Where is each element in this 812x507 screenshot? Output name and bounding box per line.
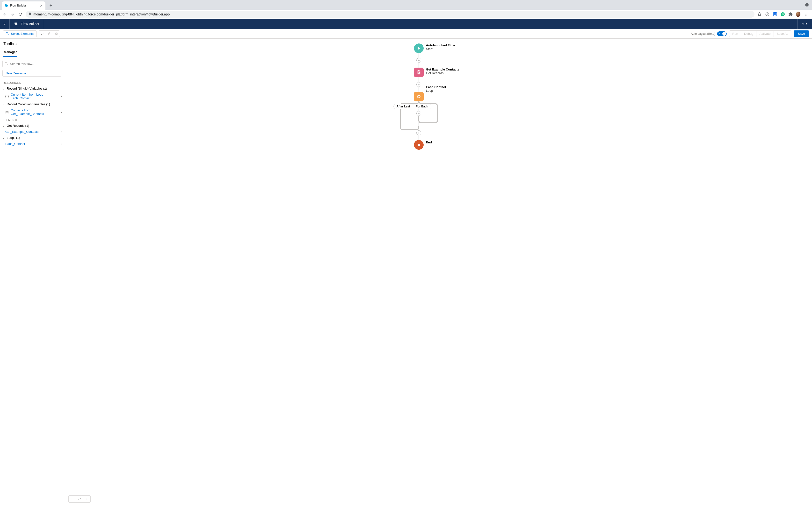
node-start-sub: Start xyxy=(426,47,455,51)
builder-title-text: Flow Builder xyxy=(21,22,39,26)
add-element-button[interactable]: + xyxy=(416,130,421,135)
zoom-fit-button[interactable] xyxy=(76,496,83,502)
group-record-single[interactable]: ⌄ Record (Single) Variables (1) xyxy=(0,86,64,91)
node-start[interactable]: Autolaunched Flow Start xyxy=(414,44,424,53)
toolbox-sidebar: Toolbox Manager New Resource RESOURCES ⌄… xyxy=(0,39,64,507)
star-icon[interactable] xyxy=(757,12,762,16)
item-each-contact[interactable]: Each_Contact › xyxy=(0,140,64,147)
toggle-switch[interactable]: ✓ xyxy=(717,32,727,36)
flow-icon xyxy=(14,21,18,26)
nav-back-icon xyxy=(2,12,7,17)
select-elements-button[interactable]: Select Elements xyxy=(3,31,37,37)
svg-rect-10 xyxy=(418,70,419,71)
zoom-out-button[interactable]: − xyxy=(69,496,76,502)
close-icon[interactable]: ✕ xyxy=(39,4,43,7)
variable-icon: {x} xyxy=(5,110,9,114)
toolbox-search-input[interactable] xyxy=(2,60,61,67)
node-loop-sub: Loop xyxy=(426,89,446,93)
auto-layout-toggle[interactable]: Auto-Layout (Beta) ✓ xyxy=(691,32,727,36)
node-get-records-title: Get Example Contacts xyxy=(426,68,459,71)
node-loop-title: Each Contact xyxy=(426,85,446,89)
get-records-icon xyxy=(414,68,424,77)
extension-search-icon[interactable]: Q xyxy=(773,12,777,16)
auto-layout-label: Auto-Layout (Beta) xyxy=(691,32,715,36)
branch-after-last[interactable]: After Last xyxy=(394,104,413,109)
svg-rect-11 xyxy=(418,144,420,146)
debug-button: Debug xyxy=(741,31,756,37)
node-end-title: End xyxy=(426,140,432,144)
new-resource-button[interactable]: New Resource xyxy=(2,70,61,76)
add-element-button[interactable]: + xyxy=(416,111,421,116)
redo-button xyxy=(46,31,53,37)
chevron-right-icon: › xyxy=(61,130,62,133)
zoom-in-button: + xyxy=(83,496,90,502)
lock-icon xyxy=(29,12,32,16)
group-loops[interactable]: ⌄ Loops (1) xyxy=(0,135,64,140)
node-get-records-sub: Get Records xyxy=(426,71,459,75)
url-input[interactable]: momentum-computing-884.lightning.force.c… xyxy=(26,11,755,18)
builder-header: Flow Builder ? ▼ xyxy=(0,19,812,29)
flow-canvas[interactable]: Autolaunched Flow Start + Get Example Co… xyxy=(64,39,812,507)
builder-back-button[interactable] xyxy=(0,19,10,29)
svg-point-3 xyxy=(806,14,806,14)
toolbox-tabs: Manager xyxy=(0,48,64,57)
end-icon xyxy=(414,140,424,150)
variable-icon: {x} xyxy=(5,95,9,98)
add-element-button[interactable]: + xyxy=(416,82,421,87)
select-elements-label: Select Elements xyxy=(11,32,34,36)
node-loop[interactable]: Each Contact Loop xyxy=(414,92,424,101)
new-tab-button[interactable]: + xyxy=(47,2,54,9)
undo-button[interactable] xyxy=(39,31,46,37)
url-text: momentum-computing-884.lightning.force.c… xyxy=(33,12,170,16)
help-icon: ? xyxy=(802,22,804,26)
browser-tab-active[interactable]: Flow Builder ✕ xyxy=(2,1,45,10)
toggle-knob xyxy=(722,32,726,36)
toolbox-title: Toolbox xyxy=(0,39,64,48)
expand-icon[interactable] xyxy=(805,3,809,6)
run-button: Run xyxy=(729,31,741,37)
check-icon: ✓ xyxy=(718,32,720,35)
browser-address-bar: momentum-computing-884.lightning.force.c… xyxy=(0,10,812,19)
zoom-controls: − + xyxy=(68,495,91,503)
svg-rect-5 xyxy=(6,32,7,33)
svg-point-4 xyxy=(806,15,806,16)
group-get-records[interactable]: ⌄ Get Records (1) xyxy=(0,123,64,128)
extension-grammarly-icon[interactable]: G xyxy=(780,12,785,16)
flow-toolbar: Select Elements Auto-Layout (Beta) ✓ xyxy=(0,29,812,39)
elements-heading: ELEMENTS xyxy=(0,117,64,123)
chevron-down-icon: ▼ xyxy=(805,23,807,25)
loop-icon xyxy=(414,92,424,101)
add-element-button[interactable]: + xyxy=(416,58,421,63)
browser-tab-title: Flow Builder xyxy=(10,4,37,7)
search-icon xyxy=(5,62,8,66)
item-contacts-collection[interactable]: {x} Contacts from Get_Example_Contacts › xyxy=(0,107,64,117)
settings-button xyxy=(53,31,60,37)
info-icon[interactable]: i xyxy=(765,12,769,16)
save-button[interactable]: Save xyxy=(794,31,809,37)
branch-for-each[interactable]: For Each xyxy=(413,104,432,109)
profile-avatar[interactable] xyxy=(796,12,800,16)
activate-button: Activate xyxy=(756,31,773,37)
browser-tabstrip: Flow Builder ✕ + xyxy=(0,0,812,10)
chevron-right-icon: › xyxy=(61,142,62,146)
kebab-menu-icon[interactable] xyxy=(804,12,808,16)
start-icon xyxy=(414,44,424,53)
tab-manager[interactable]: Manager xyxy=(3,48,17,57)
chevron-down-icon: ⌄ xyxy=(2,136,5,139)
node-get-records[interactable]: Get Example Contacts Get Records xyxy=(414,68,424,77)
builder-title: Flow Builder xyxy=(10,19,44,29)
chevron-down-icon: ⌄ xyxy=(2,102,5,106)
reload-icon[interactable] xyxy=(18,12,23,17)
group-record-collection[interactable]: ⌄ Record Collection Variables (1) xyxy=(0,101,64,107)
window-controls xyxy=(805,0,809,10)
svg-point-2 xyxy=(806,12,806,13)
node-start-title: Autolaunched Flow xyxy=(426,44,455,47)
item-get-example-contacts[interactable]: Get_Example_Contacts › xyxy=(0,128,64,135)
item-current-loop-item[interactable]: {x} Current Item from Loop Each_Contact … xyxy=(0,91,64,101)
chevron-down-icon: ⌄ xyxy=(2,124,5,127)
resources-heading: RESOURCES xyxy=(0,80,64,86)
node-end[interactable]: End xyxy=(414,140,424,150)
svg-text:i: i xyxy=(767,13,767,15)
extensions-puzzle-icon[interactable] xyxy=(788,12,793,16)
help-menu[interactable]: ? ▼ xyxy=(798,19,812,29)
